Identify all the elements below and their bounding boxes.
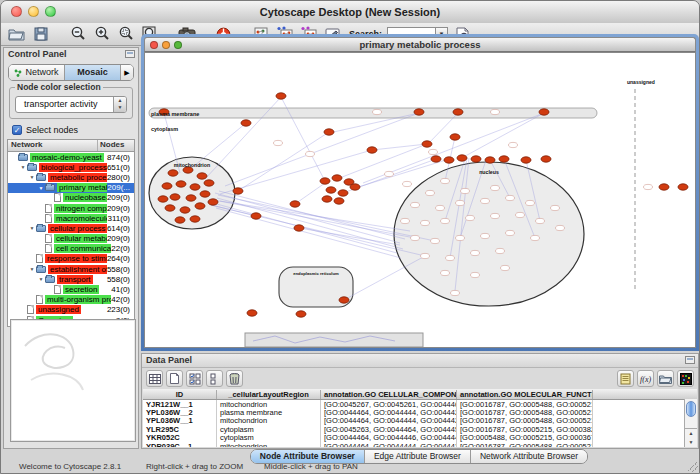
zoom-selected-icon[interactable] [116, 25, 135, 44]
float-panel-icon[interactable] [685, 356, 695, 364]
node [441, 270, 450, 275]
select-nodes-checkbox[interactable]: ✓ [12, 125, 22, 135]
attribute-table-icon[interactable] [146, 370, 163, 387]
network-canvas[interactable]: plasma membranecytoplasmmitochondrionnuc… [144, 52, 696, 348]
network-graph[interactable]: plasma membranecytoplasmmitochondrionnuc… [145, 53, 695, 348]
edge [344, 256, 425, 300]
frame-close-icon[interactable] [150, 41, 158, 49]
network-tree-header[interactable]: Network Nodes [8, 140, 134, 152]
table-scrollbar[interactable]: ▲▼ [684, 399, 697, 447]
tree-row[interactable]: macromolecule311(0) [8, 213, 134, 223]
tree-expander-icon[interactable]: ▼ [37, 185, 45, 191]
tree-row[interactable]: ▼transport558(0) [8, 274, 134, 284]
tree-row-node-count: 264(0) [107, 254, 134, 263]
network-frame-titlebar[interactable]: primary metabolic process [144, 37, 696, 52]
node [499, 156, 509, 162]
node-color-dropdown[interactable]: transporter activity ▲▼ [15, 96, 127, 113]
tree-row[interactable]: mosaic-demo-yeast874(0) [8, 152, 134, 162]
node [444, 157, 454, 163]
close-window-icon[interactable] [11, 6, 22, 17]
tree-row-label: macromolecule [54, 214, 107, 223]
tree-column-nodes[interactable]: Nodes [98, 140, 134, 151]
tree-row[interactable]: ▼cellular process614(0) [8, 223, 134, 233]
save-icon[interactable] [31, 25, 50, 44]
control-panel: Control Panel Network Mosaic ▶ Node colo… [3, 47, 139, 449]
frame-minimize-icon[interactable] [162, 41, 170, 49]
tree-row[interactable]: secretion41(0) [8, 284, 134, 294]
new-attribute-icon[interactable] [166, 370, 183, 387]
tree-row[interactable]: cellular metabo209(0) [8, 234, 134, 244]
tree-row[interactable]: nitrogen compo209(0) [8, 203, 134, 213]
compartment-label-nucleus: nucleus [479, 169, 499, 175]
node [441, 178, 450, 183]
tree-row[interactable]: nucleobase-co209(0) [8, 193, 134, 203]
tree-expander-icon[interactable]: ▼ [19, 164, 27, 170]
attribute-matrix-icon[interactable] [677, 370, 694, 387]
dropdown-stepper-icon[interactable]: ▲▼ [113, 97, 126, 112]
tree-column-network[interactable]: Network [8, 140, 98, 151]
node [306, 151, 315, 156]
table-column-header[interactable]: annotation.GO MOLECULAR_FUNCTION [457, 390, 593, 399]
data-panel-title: Data Panel [146, 355, 192, 365]
node [176, 181, 186, 187]
tree-row-label: biological_process [39, 163, 107, 172]
frame-maximize-icon[interactable] [174, 41, 182, 49]
zoom-out-icon[interactable] [68, 25, 87, 44]
unselect-attributes-icon[interactable] [206, 370, 223, 387]
tree-row[interactable]: cell communicat22(0) [8, 244, 134, 254]
scrollbar-arrows-icon[interactable]: ▲▼ [685, 428, 697, 447]
table-column-header[interactable]: annotation.GO CELLULAR_COMPONENT [321, 390, 457, 399]
tree-row[interactable]: ▼primary metabol209(... [8, 183, 134, 193]
import-attributes-icon[interactable] [657, 370, 674, 387]
network-frame-title: primary metabolic process [145, 38, 695, 51]
table-row[interactable]: YDR039C__1mitochondrion[GO:0044464, GO:0… [143, 442, 697, 447]
tree-row[interactable]: unassigned223(0) [8, 305, 134, 315]
node [158, 196, 168, 202]
float-panel-icon[interactable] [125, 50, 135, 58]
tree-row[interactable]: multi-organism pro42(0) [8, 295, 134, 305]
resize-grip[interactable] [688, 462, 698, 472]
tree-expander-icon[interactable]: ▼ [37, 276, 45, 282]
window-titlebar[interactable]: Cytoscape Desktop (New Session) [1, 1, 699, 24]
tree-row[interactable]: response to stimulu264(0) [8, 254, 134, 264]
file-icon [36, 295, 43, 304]
tree-expander-icon[interactable]: ▼ [28, 225, 36, 231]
cytoscape-window: Cytoscape Desktop (New Session) Search: … [0, 0, 700, 474]
compartment-label-cytoplasm: cytoplasm [151, 126, 178, 132]
table-column-header[interactable]: ID [143, 390, 217, 399]
delete-attribute-icon[interactable] [226, 370, 243, 387]
folder-icon [27, 164, 37, 171]
zoom-window-icon[interactable] [45, 6, 56, 17]
tree-row-label: unassigned [36, 305, 81, 314]
select-attributes-icon[interactable] [186, 370, 203, 387]
network-overview-panel[interactable] [10, 319, 136, 442]
node [431, 238, 440, 243]
status-zoom-hint: Right-click + drag to ZOOM [146, 462, 243, 471]
formula-builder-icon[interactable] [617, 370, 634, 387]
tree-expander-icon[interactable]: ▼ [28, 174, 36, 180]
tab-network[interactable]: Network [9, 65, 65, 80]
minimize-window-icon[interactable] [28, 6, 39, 17]
node [324, 129, 334, 135]
control-panel-header: Control Panel [4, 48, 138, 62]
tab-overflow-arrow-icon[interactable]: ▶ [121, 65, 133, 80]
tree-row[interactable]: ▼metabolic process280(0) [8, 172, 134, 182]
tab-mosaic[interactable]: Mosaic [65, 65, 121, 80]
node [481, 198, 490, 203]
function-icon[interactable]: f(x) [637, 370, 654, 387]
open-icon[interactable] [7, 25, 26, 44]
scrollbar-thumb[interactable] [686, 401, 696, 417]
file-icon [54, 285, 61, 294]
tree-row[interactable]: ▼establishment of lo558(0) [8, 264, 134, 274]
table-column-header[interactable]: _cellularLayoutRegion [217, 390, 321, 399]
tree-row[interactable]: ▼biological_process651(0) [8, 162, 134, 172]
tree-row-node-count: 209(0) [107, 204, 134, 213]
tree-expander-icon[interactable]: ▼ [28, 266, 36, 272]
node [491, 185, 500, 190]
node [453, 109, 463, 115]
zoom-in-icon[interactable] [92, 25, 111, 44]
folder-icon [18, 154, 28, 161]
node [485, 157, 495, 163]
node [491, 109, 500, 114]
attribute-table-header[interactable]: ID_cellularLayoutRegionannotation.GO CEL… [143, 389, 697, 400]
